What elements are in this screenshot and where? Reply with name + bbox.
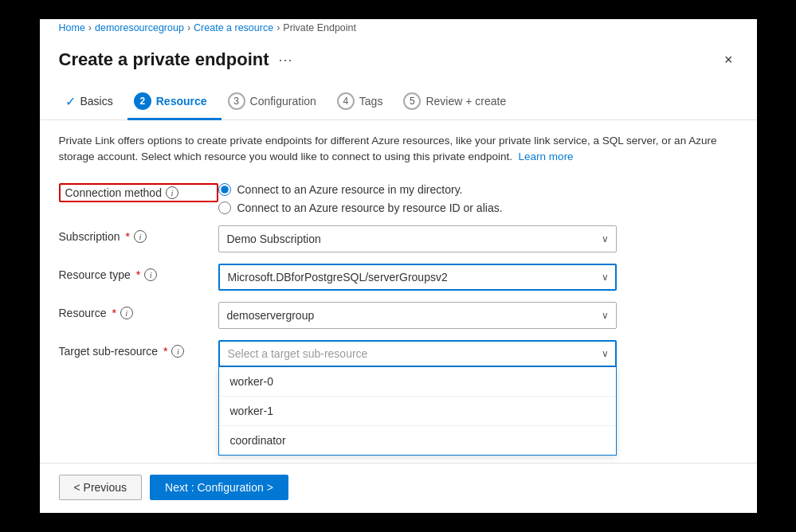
resource-type-required: * <box>136 268 140 281</box>
subscription-label: Subscription * i <box>59 225 218 243</box>
target-sub-resource-label: Target sub-resource * i <box>59 340 218 358</box>
tab-basics[interactable]: ✓ Basics <box>59 88 127 119</box>
more-options-button[interactable]: ··· <box>279 52 293 68</box>
tab-tags[interactable]: 4 Tags <box>331 86 398 120</box>
breadcrumb-private-endpoint: Private Endpoint <box>283 22 356 33</box>
tab-configuration-number: 3 <box>228 92 245 110</box>
tab-resource-label: Resource <box>156 95 207 108</box>
tab-configuration[interactable]: 3 Configuration <box>222 86 331 120</box>
connection-method-radio-group: Connect to an Azure resource in my direc… <box>218 180 738 214</box>
resource-type-select-wrapper: Microsoft.DBforPostgreSQL/serverGroupsv2… <box>218 264 617 291</box>
tab-basics-check-icon: ✓ <box>65 94 76 109</box>
dialog-footer: < Previous Next : Configuration > <box>40 463 757 513</box>
resource-row: Resource * i demoservergroup ∨ <box>59 302 738 329</box>
radio-resource-id-label: Connect to an Azure resource by resource… <box>237 201 503 214</box>
target-sub-resource-row: Target sub-resource * i Select a target … <box>59 340 738 367</box>
target-sub-resource-required: * <box>163 345 167 358</box>
dropdown-item-coordinator[interactable]: coordinator <box>219 426 616 455</box>
description-text: Private Link offers options to create pr… <box>59 133 738 166</box>
dialog-title: Create a private endpoint <box>59 49 269 70</box>
connection-method-inputs: Connect to an Azure resource in my direc… <box>218 180 738 214</box>
subscription-row: Subscription * i Demo Subscription ∨ <box>59 225 738 252</box>
target-sub-resource-info-icon[interactable]: i <box>171 345 184 358</box>
resource-select[interactable]: demoservergroup <box>218 302 617 329</box>
radio-directory-label: Connect to an Azure resource in my direc… <box>237 183 463 196</box>
target-sub-resource-dropdown: worker-0 worker-1 coordinator <box>218 367 617 456</box>
radio-directory[interactable]: Connect to an Azure resource in my direc… <box>218 183 738 196</box>
subscription-select[interactable]: Demo Subscription <box>218 225 617 252</box>
close-button[interactable]: × <box>720 50 738 70</box>
dialog-header: Create a private endpoint ··· × <box>40 35 757 78</box>
dropdown-item-worker1[interactable]: worker-1 <box>219 397 616 426</box>
resource-type-select[interactable]: Microsoft.DBforPostgreSQL/serverGroupsv2 <box>218 264 617 291</box>
tab-review-number: 5 <box>403 92 421 110</box>
resource-type-label: Resource type * i <box>59 264 218 281</box>
tab-resource-number: 2 <box>134 92 151 110</box>
subscription-info-icon[interactable]: i <box>134 230 147 243</box>
tab-resource[interactable]: 2 Resource <box>127 86 222 120</box>
resource-type-row: Resource type * i Microsoft.DBforPostgre… <box>59 264 738 291</box>
resource-info-icon[interactable]: i <box>120 307 133 319</box>
create-private-endpoint-dialog: Home › demoresourcegroup › Create a reso… <box>40 19 757 513</box>
subscription-select-wrapper: Demo Subscription ∨ <box>218 225 617 252</box>
breadcrumb: Home › demoresourcegroup › Create a reso… <box>40 19 757 33</box>
tabs: ✓ Basics 2 Resource 3 Configuration 4 Ta… <box>40 78 757 120</box>
connection-method-label: Connection method i <box>59 183 218 202</box>
target-sub-resource-select-wrapper: Select a target sub-resource ∨ worker-0 … <box>218 340 617 367</box>
previous-button[interactable]: < Previous <box>59 475 143 500</box>
resource-label: Resource * i <box>59 302 218 319</box>
connection-method-row: Connection method i Connect to an Azure … <box>59 180 738 214</box>
dialog-body: Private Link offers options to create pr… <box>40 120 757 455</box>
tab-review-label: Review + create <box>425 95 506 108</box>
learn-more-link[interactable]: Learn more <box>519 151 574 162</box>
resource-type-info-icon[interactable]: i <box>144 268 157 281</box>
breadcrumb-resource-group[interactable]: demoresourcegroup <box>95 22 184 33</box>
breadcrumb-home[interactable]: Home <box>59 22 85 33</box>
tab-basics-label: Basics <box>80 95 113 108</box>
dropdown-item-worker0[interactable]: worker-0 <box>219 367 616 397</box>
connection-method-info-icon[interactable]: i <box>166 186 178 199</box>
radio-resource-id[interactable]: Connect to an Azure resource by resource… <box>218 201 738 214</box>
radio-resource-id-input[interactable] <box>218 201 231 214</box>
tab-review[interactable]: 5 Review + create <box>397 86 520 120</box>
target-sub-resource-display[interactable]: Select a target sub-resource <box>218 340 617 367</box>
breadcrumb-create-resource[interactable]: Create a resource <box>194 22 273 33</box>
subscription-required: * <box>126 230 130 243</box>
tab-configuration-label: Configuration <box>250 95 316 108</box>
tab-tags-label: Tags <box>359 95 383 108</box>
resource-required: * <box>112 307 116 319</box>
radio-directory-input[interactable] <box>218 183 231 196</box>
resource-select-wrapper: demoservergroup ∨ <box>218 302 617 329</box>
next-button[interactable]: Next : Configuration > <box>150 475 288 500</box>
tab-tags-number: 4 <box>337 92 355 110</box>
